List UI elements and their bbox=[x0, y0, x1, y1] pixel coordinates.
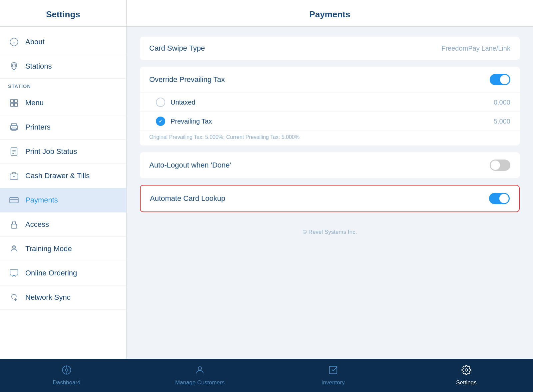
sidebar-title: Settings bbox=[7, 9, 120, 20]
automate-card-lookup-label: Automate Card Lookup bbox=[150, 194, 225, 203]
sidebar-item-stations[interactable]: Stations bbox=[0, 54, 126, 79]
sidebar-item-cash-drawer[interactable]: Cash Drawer & Tills bbox=[0, 164, 126, 188]
sidebar-item-about[interactable]: About bbox=[0, 30, 126, 54]
override-tax-slider bbox=[490, 74, 510, 85]
network-sync-icon bbox=[8, 291, 20, 303]
card-swipe-type-row: Card Swipe Type FreedomPay Lane/Link bbox=[140, 37, 520, 60]
print-job-status-label: Print Job Status bbox=[25, 147, 77, 156]
untaxed-radio-group: Untaxed bbox=[156, 98, 196, 107]
auto-logout-label: Auto-Logout when 'Done' bbox=[149, 161, 231, 170]
training-mode-icon bbox=[8, 243, 20, 255]
svg-rect-5 bbox=[14, 100, 17, 103]
main-header: Payments bbox=[127, 0, 533, 27]
svg-rect-18 bbox=[10, 197, 18, 203]
svg-point-26 bbox=[65, 369, 68, 371]
tax-info: Original Prevailing Tax: 5.000%; Current… bbox=[140, 131, 520, 146]
main-title: Payments bbox=[140, 9, 520, 20]
dashboard-label: Dashboard bbox=[53, 379, 80, 386]
access-icon bbox=[8, 218, 20, 230]
override-tax-toggle[interactable] bbox=[490, 74, 510, 85]
svg-rect-4 bbox=[11, 100, 14, 103]
sidebar-item-menu[interactable]: Menu bbox=[0, 91, 126, 115]
svg-rect-8 bbox=[12, 123, 16, 126]
printers-icon bbox=[8, 121, 20, 133]
sidebar-item-access[interactable]: Access bbox=[0, 212, 126, 237]
about-icon bbox=[8, 36, 20, 48]
auto-logout-row: Auto-Logout when 'Done' bbox=[140, 152, 520, 178]
sidebar-item-online-ordering[interactable]: Online Ordering bbox=[0, 261, 126, 285]
customers-icon bbox=[195, 365, 205, 377]
prevailing-tax-row: Prevailing Tax 5.000 bbox=[140, 112, 520, 131]
inventory-icon bbox=[328, 365, 338, 377]
sidebar-item-print-job-status[interactable]: Print Job Status bbox=[0, 140, 126, 164]
override-tax-row: Override Prevailing Tax bbox=[140, 67, 520, 93]
sidebar-item-payments[interactable]: Payments bbox=[0, 188, 126, 212]
app-container: Settings About Stations STATION bbox=[0, 0, 533, 359]
copyright: © Revel Systems Inc. bbox=[140, 219, 520, 245]
cash-drawer-label: Cash Drawer & Tills bbox=[25, 172, 90, 180]
nav-item-dashboard[interactable]: Dashboard bbox=[0, 359, 133, 392]
automate-card-lookup-slider bbox=[489, 193, 510, 204]
prevailing-tax-label: Prevailing Tax bbox=[171, 118, 212, 125]
sidebar-header: Settings bbox=[0, 0, 126, 27]
payments-icon bbox=[8, 194, 20, 206]
svg-rect-28 bbox=[329, 366, 337, 374]
sidebar-item-network-sync[interactable]: Network Sync bbox=[0, 285, 126, 310]
menu-label: Menu bbox=[25, 99, 44, 107]
prevailing-tax-value: 5.000 bbox=[494, 118, 510, 125]
prevailing-tax-radio-group: Prevailing Tax bbox=[156, 117, 212, 126]
override-tax-card: Override Prevailing Tax Untaxed 0.000 bbox=[140, 67, 520, 146]
override-tax-label: Override Prevailing Tax bbox=[149, 75, 225, 84]
svg-rect-6 bbox=[11, 103, 14, 106]
card-swipe-type-value: FreedomPay Lane/Link bbox=[441, 45, 510, 52]
untaxed-value: 0.000 bbox=[494, 99, 510, 106]
settings-nav-icon bbox=[461, 365, 471, 377]
main-body: Card Swipe Type FreedomPay Lane/Link Ove… bbox=[127, 27, 533, 359]
training-mode-label: Training Mode bbox=[25, 244, 72, 253]
nav-item-settings[interactable]: Settings bbox=[400, 359, 533, 392]
card-swipe-type-card: Card Swipe Type FreedomPay Lane/Link bbox=[140, 37, 520, 60]
online-ordering-icon bbox=[8, 267, 20, 279]
bottom-nav: Dashboard Manage Customers Inventory Set… bbox=[0, 359, 533, 392]
printers-label: Printers bbox=[25, 123, 51, 132]
svg-point-3 bbox=[12, 64, 15, 67]
inventory-label: Inventory bbox=[321, 379, 345, 386]
untaxed-label: Untaxed bbox=[171, 99, 196, 106]
svg-rect-20 bbox=[11, 224, 17, 228]
svg-rect-22 bbox=[10, 270, 18, 275]
automate-card-lookup-card: Automate Card Lookup bbox=[140, 185, 520, 212]
main-content: Payments Card Swipe Type FreedomPay Lane… bbox=[127, 0, 533, 359]
nav-item-inventory[interactable]: Inventory bbox=[266, 359, 400, 392]
about-label: About bbox=[25, 38, 45, 46]
dashboard-icon bbox=[62, 365, 72, 377]
automate-card-lookup-row: Automate Card Lookup bbox=[141, 186, 519, 211]
svg-point-27 bbox=[198, 367, 202, 370]
sidebar: Settings About Stations STATION bbox=[0, 0, 127, 359]
svg-rect-11 bbox=[11, 148, 17, 155]
automate-card-lookup-toggle[interactable] bbox=[489, 193, 510, 204]
stations-label: Stations bbox=[25, 62, 52, 71]
sidebar-item-printers[interactable]: Printers bbox=[0, 115, 126, 140]
untaxed-radio[interactable] bbox=[156, 98, 165, 107]
svg-rect-7 bbox=[14, 103, 17, 106]
auto-logout-slider bbox=[490, 160, 510, 171]
payments-label: Payments bbox=[25, 196, 58, 204]
print-job-status-icon bbox=[8, 146, 20, 158]
sidebar-item-training-mode[interactable]: Training Mode bbox=[0, 237, 126, 261]
manage-customers-label: Manage Customers bbox=[175, 379, 225, 386]
sidebar-nav: About Stations STATION Menu Pr bbox=[0, 27, 126, 359]
svg-point-29 bbox=[465, 369, 468, 371]
settings-nav-label: Settings bbox=[456, 379, 476, 386]
stations-icon bbox=[8, 60, 20, 72]
access-label: Access bbox=[25, 220, 49, 229]
auto-logout-card: Auto-Logout when 'Done' bbox=[140, 152, 520, 178]
nav-item-manage-customers[interactable]: Manage Customers bbox=[133, 359, 266, 392]
network-sync-label: Network Sync bbox=[25, 293, 71, 302]
untaxed-row: Untaxed 0.000 bbox=[140, 93, 520, 112]
card-swipe-type-label: Card Swipe Type bbox=[149, 44, 205, 53]
online-ordering-label: Online Ordering bbox=[25, 269, 77, 277]
auto-logout-toggle[interactable] bbox=[490, 160, 510, 171]
station-section-label: STATION bbox=[0, 79, 126, 91]
prevailing-tax-radio[interactable] bbox=[156, 117, 165, 126]
svg-rect-10 bbox=[12, 128, 16, 130]
